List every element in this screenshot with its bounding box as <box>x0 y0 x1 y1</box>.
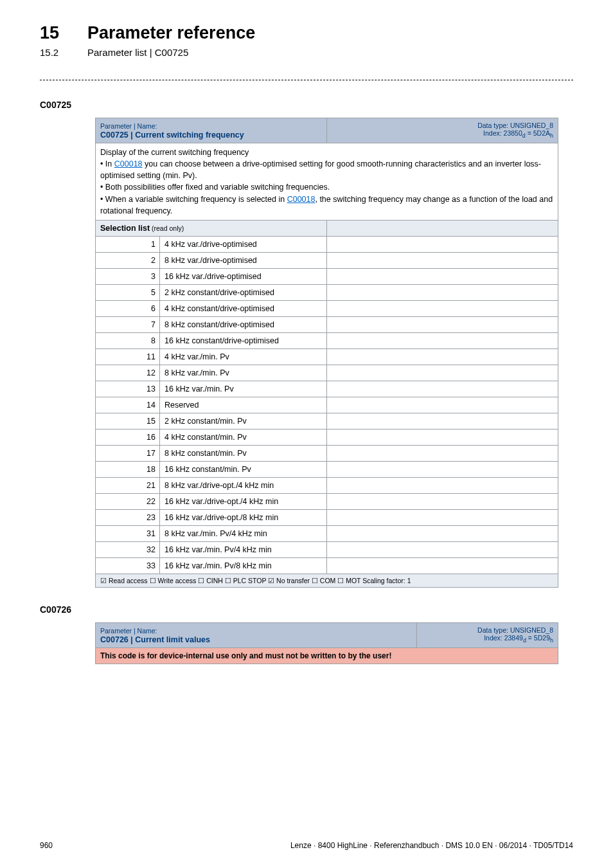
page: 15 Parameter reference 15.2 Parameter li… <box>0 0 613 868</box>
row-number: 15 <box>96 413 160 429</box>
desc-title: Display of the current switching frequen… <box>100 148 249 157</box>
table-row: 218 kHz var./drive-opt./4 kHz min <box>96 477 558 493</box>
section-number: 15.2 <box>40 47 66 58</box>
param-description: Display of the current switching frequen… <box>96 143 558 221</box>
chapter-heading: 15 Parameter reference <box>40 23 573 43</box>
table-row: 14Reserved <box>96 397 558 413</box>
selection-list-header-blank <box>327 220 558 236</box>
row-label: 16 kHz var./min. Pv/4 kHz min <box>160 541 327 557</box>
access-footer: ☑ Read access ☐ Write access ☐ CINH ☐ PL… <box>96 574 558 587</box>
param-table-c00725: Parameter | Name: C00725 | Current switc… <box>95 118 558 588</box>
section-title: Parameter list | C00725 <box>87 47 188 58</box>
param-name-label: Parameter | Name: <box>100 122 157 130</box>
desc-bullet-1: In C00018 you can choose between a drive… <box>100 158 553 181</box>
param2-header-left: Parameter | Name: C00726 | Current limit… <box>96 622 417 647</box>
table-row: 3216 kHz var./min. Pv/4 kHz min <box>96 541 558 557</box>
desc-bullet-2: Both possibilities offer fixed and varia… <box>100 181 553 193</box>
row-blank <box>327 509 558 525</box>
link-c00018-a[interactable]: C00018 <box>114 159 143 168</box>
row-blank <box>327 413 558 429</box>
row-blank <box>327 316 558 332</box>
row-label: 8 kHz constant/min. Pv <box>160 445 327 461</box>
param-header-right: Data type: UNSIGNED_8 Index: 23850d = 5D… <box>327 118 558 143</box>
row-number: 18 <box>96 461 160 477</box>
row-blank <box>327 300 558 316</box>
row-label: 2 kHz constant/min. Pv <box>160 413 327 429</box>
row-blank <box>327 381 558 397</box>
row-label: 2 kHz constant/drive-optimised <box>160 284 327 300</box>
selection-list-header: Selection list (read only) <box>96 220 327 236</box>
row-label: 16 kHz var./min. Pv/8 kHz min <box>160 557 327 574</box>
row-number: 16 <box>96 429 160 445</box>
link-c00018-b[interactable]: C00018 <box>287 195 315 204</box>
row-number: 12 <box>96 365 160 381</box>
row-label: 16 kHz var./drive-optimised <box>160 268 327 284</box>
divider <box>40 80 573 80</box>
row-label: 8 kHz var./min. Pv/4 kHz min <box>160 525 327 541</box>
row-blank <box>327 445 558 461</box>
chapter-title: Parameter reference <box>87 23 255 43</box>
row-label: 4 kHz var./drive-optimised <box>160 236 327 252</box>
row-number: 8 <box>96 332 160 348</box>
row-label: 8 kHz var./drive-opt./4 kHz min <box>160 477 327 493</box>
row-number: 23 <box>96 509 160 525</box>
row-blank <box>327 365 558 381</box>
data-type: Data type: UNSIGNED_8 <box>477 122 553 129</box>
row-label: 4 kHz constant/drive-optimised <box>160 300 327 316</box>
row-number: 6 <box>96 300 160 316</box>
table-row: 28 kHz var./drive-optimised <box>96 252 558 268</box>
row-label: 4 kHz constant/min. Pv <box>160 429 327 445</box>
row-number: 7 <box>96 316 160 332</box>
index-text: Index: 23850d = 5D2Ah <box>483 129 553 137</box>
table-row: 1316 kHz var./min. Pv <box>96 381 558 397</box>
table-row: 1816 kHz constant/min. Pv <box>96 461 558 477</box>
param2-header-right: Data type: UNSIGNED_8 Index: 23849d = 5D… <box>417 622 558 647</box>
param-block-c00726: Parameter | Name: C00726 | Current limit… <box>95 622 573 664</box>
row-number: 22 <box>96 493 160 509</box>
table-row: 816 kHz constant/drive-optimised <box>96 332 558 348</box>
table-row: 78 kHz constant/drive-optimised <box>96 316 558 332</box>
row-number: 14 <box>96 397 160 413</box>
table-row: 3316 kHz var./min. Pv/8 kHz min <box>96 557 558 574</box>
row-label: Reserved <box>160 397 327 413</box>
table-row: 114 kHz var./min. Pv <box>96 348 558 365</box>
row-number: 21 <box>96 477 160 493</box>
param2-title: C00726 | Current limit values <box>100 635 210 644</box>
row-label: 4 kHz var./min. Pv <box>160 348 327 365</box>
param2-name-label: Parameter | Name: <box>100 627 157 635</box>
row-number: 3 <box>96 268 160 284</box>
page-footer: 960 Lenze · 8400 HighLine · Referenzhand… <box>40 841 573 850</box>
row-blank <box>327 348 558 365</box>
row-label: 8 kHz var./drive-optimised <box>160 252 327 268</box>
row-blank <box>327 493 558 509</box>
row-blank <box>327 268 558 284</box>
desc-bullet-3: When a variable switching frequency is s… <box>100 194 553 217</box>
table-row: 128 kHz var./min. Pv <box>96 365 558 381</box>
row-label: 16 kHz constant/drive-optimised <box>160 332 327 348</box>
row-blank <box>327 477 558 493</box>
row-label: 8 kHz var./min. Pv <box>160 365 327 381</box>
row-blank <box>327 236 558 252</box>
row-number: 32 <box>96 541 160 557</box>
row-number: 1 <box>96 236 160 252</box>
code-label: C00725 <box>40 100 573 110</box>
table-row: 52 kHz constant/drive-optimised <box>96 284 558 300</box>
table-row: 14 kHz var./drive-optimised <box>96 236 558 252</box>
table-row: 164 kHz constant/min. Pv <box>96 429 558 445</box>
param-table-c00726: Parameter | Name: C00726 | Current limit… <box>95 622 558 664</box>
row-label: 16 kHz var./min. Pv <box>160 381 327 397</box>
param-block-c00725: Parameter | Name: C00725 | Current switc… <box>95 118 573 588</box>
row-blank <box>327 557 558 574</box>
table-row: 318 kHz var./min. Pv/4 kHz min <box>96 525 558 541</box>
table-row: 2216 kHz var./drive-opt./4 kHz min <box>96 493 558 509</box>
warning-row: This code is for device-internal use onl… <box>96 647 558 664</box>
param-header-left: Parameter | Name: C00725 | Current switc… <box>96 118 327 143</box>
row-label: 16 kHz constant/min. Pv <box>160 461 327 477</box>
row-number: 5 <box>96 284 160 300</box>
code-label-2: C00726 <box>40 604 573 615</box>
row-number: 11 <box>96 348 160 365</box>
row-label: 16 kHz var./drive-opt./4 kHz min <box>160 493 327 509</box>
row-number: 33 <box>96 557 160 574</box>
row-blank <box>327 461 558 477</box>
row-number: 17 <box>96 445 160 461</box>
